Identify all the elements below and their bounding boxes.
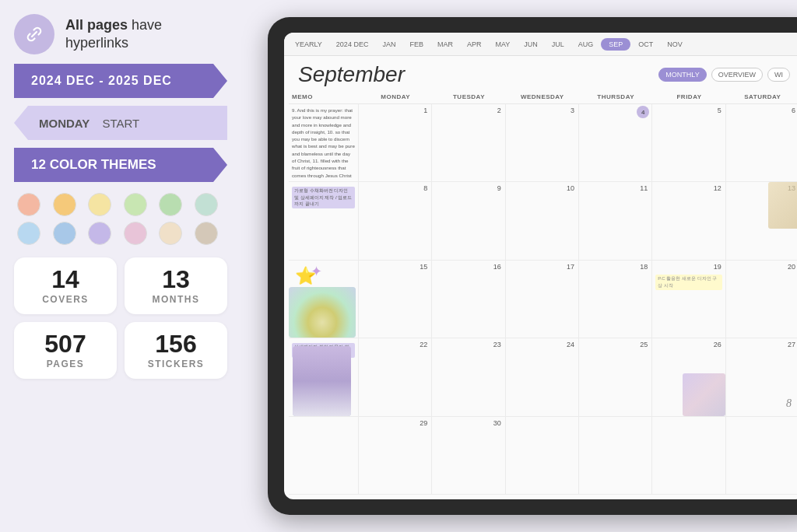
- hyperlink-row: All pages havehyperlinks: [14, 14, 227, 54]
- stat-box-pages: 507 PAGES: [14, 322, 117, 379]
- color-dot-5: [159, 193, 182, 216]
- daynum-25: 25: [640, 341, 648, 348]
- color-dot-8: [53, 222, 76, 245]
- day-4: 4: [579, 104, 652, 181]
- daynum-8: 8: [423, 184, 427, 192]
- tab-jan[interactable]: JAN: [376, 37, 402, 51]
- day-24: 24: [506, 338, 579, 415]
- memo-row4: 상세페이지 작업 마무리 및 썸네일 작업: [289, 338, 359, 415]
- tab-apr[interactable]: APR: [461, 37, 488, 51]
- color-themes-text: 12 COLOR THEMES: [31, 157, 156, 173]
- color-dot-4: [124, 193, 147, 216]
- daynum-26: 26: [714, 341, 722, 348]
- daynum-27: 27: [788, 341, 795, 348]
- month-title: September: [298, 62, 405, 87]
- tab-oct[interactable]: OCT: [632, 37, 659, 51]
- photo-deco-13: [768, 182, 797, 229]
- tab-yearly[interactable]: YEARLY: [289, 37, 328, 51]
- tab-dec2024[interactable]: 2024 DEC: [330, 37, 375, 51]
- col-wednesday: WEDNESDAY: [506, 92, 579, 102]
- memo-row1: 9. And this is my prayer: that your love…: [289, 104, 359, 181]
- day-empty4: [726, 417, 797, 494]
- date-banner: 2024 DEC - 2025 DEC: [14, 64, 227, 98]
- right-panel: YEARLY 2024 DEC JAN FEB MAR APR MAY JUN …: [241, 0, 797, 532]
- daynum-1: 1: [423, 107, 427, 114]
- photo-flowers: [289, 287, 356, 338]
- color-dot-6: [195, 193, 218, 216]
- daynum-12: 12: [714, 184, 722, 192]
- daynum-20: 20: [788, 263, 795, 271]
- hyperlink-text: All pages havehyperlinks: [65, 16, 162, 53]
- view-options[interactable]: MONTHLY OVERVIEW WI: [658, 68, 790, 82]
- view-wi-btn[interactable]: WI: [767, 68, 790, 82]
- daynum-2: 2: [497, 107, 501, 114]
- day-15: 15: [359, 261, 432, 338]
- memo-row5: [289, 417, 359, 494]
- view-overview-btn[interactable]: OVERVIEW: [711, 68, 763, 82]
- memo-event-2: 가로형 수채화버전 디자인 및 상세페이지 제작 / 업로드까지 끝내기: [292, 187, 355, 208]
- col-monday: MONDAY: [359, 92, 432, 102]
- monday-banner: MONDAY START: [14, 106, 227, 140]
- day-27: 27 8: [726, 338, 797, 415]
- stat-number-0: 14: [51, 267, 79, 292]
- day-10: 10: [506, 182, 579, 259]
- col-tuesday: TUESDAY: [432, 92, 505, 102]
- daynum-22: 22: [420, 341, 427, 348]
- stat-label-1: MONTHS: [153, 294, 200, 305]
- col-friday: FRIDAY: [652, 92, 725, 102]
- color-themes-banner: 12 COLOR THEMES: [14, 148, 227, 182]
- day-16: 16: [432, 261, 505, 338]
- day-17: 17: [506, 261, 579, 338]
- day-18: 18: [579, 261, 652, 338]
- day-empty1: [506, 417, 579, 494]
- daynum-4: 4: [637, 106, 649, 118]
- tab-jun[interactable]: JUN: [518, 37, 544, 51]
- daynum-9: 9: [497, 184, 501, 192]
- tab-may[interactable]: MAY: [489, 37, 516, 51]
- stats-grid: 14 COVERS 13 MONTHS 507 PAGES 156 STICKE…: [14, 257, 227, 379]
- event-19: P.C 활용한 새로운 디자인 구상 시작: [655, 275, 722, 290]
- left-panel: All pages havehyperlinks 2024 DEC - 2025…: [0, 0, 241, 532]
- daynum-3: 3: [571, 107, 574, 114]
- stat-label-2: PAGES: [47, 359, 85, 369]
- tab-bar[interactable]: YEARLY 2024 DEC JAN FEB MAR APR MAY JUN …: [284, 33, 797, 56]
- stat-number-2: 507: [44, 331, 86, 356]
- tab-sep[interactable]: SEP: [601, 38, 630, 51]
- daynum-23: 23: [493, 341, 501, 348]
- color-dot-3: [88, 193, 111, 216]
- daynum-19: 19: [714, 263, 722, 271]
- cal-row-4: 상세페이지 작업 마무리 및 썸네일 작업 22 23 24 25 26: [289, 338, 797, 416]
- color-dot-9: [88, 222, 111, 245]
- stat-box-months: 13 MONTHS: [125, 257, 227, 314]
- tab-aug[interactable]: AUG: [572, 37, 600, 51]
- daynum-11: 11: [640, 184, 648, 192]
- day-23: 23: [432, 338, 505, 415]
- photo-col26: [683, 373, 725, 416]
- cal-row-2: 가로형 수채화버전 디자인 및 상세페이지 제작 / 업로드까지 끝내기 8 9…: [289, 182, 797, 260]
- view-monthly-btn[interactable]: MONTHLY: [658, 68, 706, 82]
- daynum-24: 24: [567, 341, 574, 348]
- calendar-body: 9. And this is my prayer: that your love…: [289, 104, 797, 495]
- photo-outfit: [293, 346, 351, 416]
- day-20: 20: [726, 261, 797, 338]
- daynum-6: 6: [792, 107, 795, 114]
- day-22: 22: [359, 338, 432, 415]
- col-headers: MEMO MONDAY TUESDAY WEDNESDAY THURSDAY F…: [289, 90, 797, 104]
- day-2: 2: [432, 104, 505, 181]
- stat-label-3: STICKERS: [148, 359, 205, 369]
- cal-row-5: 29 30: [289, 417, 797, 495]
- col-saturday: SATURDAY: [726, 92, 797, 102]
- daynum-29: 29: [420, 419, 427, 427]
- day-5: 5: [652, 104, 725, 181]
- daynum-17: 17: [567, 263, 574, 271]
- tab-feb[interactable]: FEB: [403, 37, 430, 51]
- star-deco-2: ✦: [311, 262, 322, 282]
- day-29: 29: [359, 417, 432, 494]
- stat-label-0: COVERS: [42, 294, 89, 305]
- tab-nov[interactable]: NOV: [661, 37, 689, 51]
- calendar-header: September MONTHLY OVERVIEW WI: [284, 56, 797, 90]
- tab-mar[interactable]: MAR: [431, 37, 459, 51]
- calendar-grid: MEMO MONDAY TUESDAY WEDNESDAY THURSDAY F…: [284, 90, 797, 499]
- color-dot-7: [17, 222, 40, 245]
- tab-jul[interactable]: JUL: [546, 37, 571, 51]
